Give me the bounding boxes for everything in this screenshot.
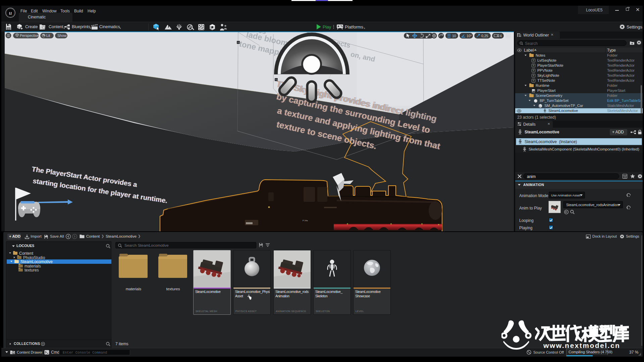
svg-text:4: 4 [500,34,502,38]
svg-text:0,25: 0,25 [481,34,488,38]
svg-text:Lit: Lit [46,34,50,38]
svg-text:10: 10 [452,34,456,38]
svg-text:Perspective: Perspective [20,34,39,38]
svg-text:Show: Show [57,34,67,38]
svg-text:T1: T1 [237,42,240,44]
svg-text:P 34a: P 34a [303,220,308,222]
svg-text:10°: 10° [467,34,472,38]
svg-text:T1: T1 [275,79,278,81]
svg-text:u: u [9,10,12,16]
